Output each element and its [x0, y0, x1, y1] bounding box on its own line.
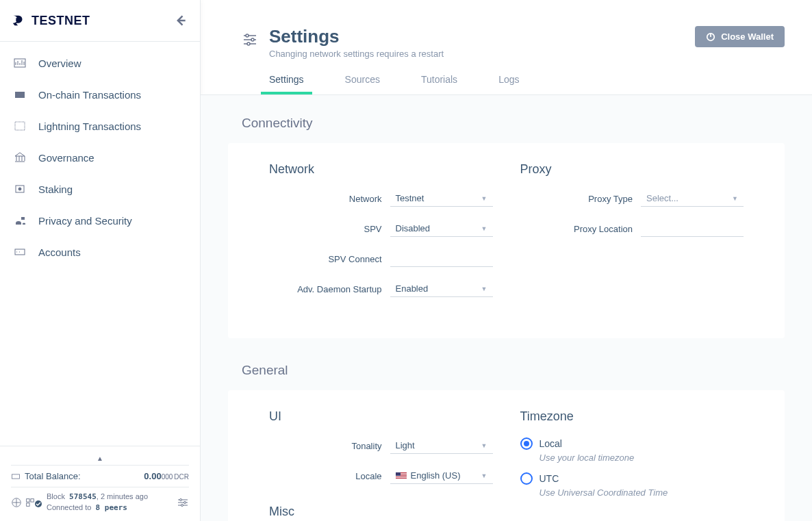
content: Connectivity Network Network Testnet▼ SP…: [201, 95, 812, 521]
tab-sources[interactable]: Sources: [345, 74, 380, 94]
power-icon: [706, 32, 715, 42]
svg-rect-11: [27, 503, 29, 505]
sidebar-item-lightning[interactable]: Lightning Transactions: [0, 110, 200, 142]
chevron-down-icon: ▼: [732, 195, 738, 202]
misc-title: Misc: [269, 505, 493, 519]
accounts-icon: [14, 246, 26, 258]
svg-point-15: [181, 504, 183, 506]
network-icon: [11, 497, 22, 508]
sidebar-item-staking[interactable]: Staking: [0, 173, 200, 205]
radio-local[interactable]: [520, 437, 533, 450]
close-wallet-button[interactable]: Close Wallet: [695, 26, 785, 47]
proxy-type-label: Proxy Type: [588, 194, 633, 204]
block-label: Block: [47, 492, 65, 500]
adv-daemon-label: Adv. Daemon Startup: [297, 284, 381, 294]
proxy-location-input[interactable]: [641, 220, 744, 237]
sidebar-item-accounts[interactable]: Accounts: [0, 236, 200, 268]
peers-count: 8 peers: [96, 503, 127, 512]
locale-select[interactable]: English (US)▼: [390, 468, 493, 484]
locale-label: Locale: [355, 471, 381, 481]
staking-icon: [14, 183, 26, 195]
proxy-title: Proxy: [520, 162, 744, 177]
section-general-title: General: [228, 363, 785, 378]
radio-utc-label: UTC: [540, 473, 559, 484]
lightning-icon: [14, 120, 26, 132]
expand-icon[interactable]: ▲: [11, 455, 189, 462]
tonality-select[interactable]: Light▼: [390, 437, 493, 454]
tab-tutorials[interactable]: Tutorials: [421, 74, 457, 94]
tab-settings[interactable]: Settings: [269, 74, 304, 94]
svg-rect-2: [15, 122, 25, 130]
chevron-down-icon: ▼: [481, 225, 487, 232]
block-time: , 2 minutes ago: [97, 492, 148, 500]
general-card: UI Tonality Light▼ Locale English (US)▼ …: [228, 390, 785, 521]
settings-shortcut-icon[interactable]: [177, 496, 189, 509]
connectivity-card: Network Network Testnet▼ SPV Disabled▼ S…: [228, 143, 785, 338]
block-height: 578545: [69, 492, 97, 501]
svg-point-18: [247, 42, 250, 45]
svg-point-4: [18, 188, 21, 190]
svg-rect-26: [396, 472, 401, 476]
balance-value: 0.00000DCR: [144, 471, 189, 481]
svg-rect-9: [27, 498, 29, 501]
main: Settings Changing network settings requi…: [201, 0, 812, 521]
radio-utc-desc: Use Universal Coordinated Time: [540, 487, 744, 498]
proxy-type-select[interactable]: Select...▼: [641, 190, 744, 207]
svg-rect-5: [21, 217, 25, 220]
nav-label: Accounts: [38, 246, 81, 258]
connected-label: Connected to: [47, 503, 91, 511]
sidebar-item-privacy[interactable]: Privacy and Security: [0, 205, 200, 236]
back-button[interactable]: [173, 12, 189, 29]
logo-icon: [11, 13, 26, 28]
spv-select[interactable]: Disabled▼: [390, 220, 493, 237]
sidebar: TESTNET Overview On-chain Transactions L…: [0, 0, 201, 521]
nav-label: Staking: [38, 183, 73, 195]
network-label: Network: [349, 194, 382, 204]
balance-icon: [11, 472, 21, 481]
balance-label: Total Balance:: [25, 471, 81, 481]
adv-daemon-select[interactable]: Enabled▼: [390, 281, 493, 297]
spv-connect-input[interactable]: [390, 251, 493, 267]
spv-label: SPV: [364, 224, 381, 234]
nav-label: On-chain Transactions: [38, 89, 141, 101]
section-connectivity-title: Connectivity: [228, 116, 785, 131]
nav-label: Lightning Transactions: [38, 120, 141, 132]
close-label: Close Wallet: [721, 31, 774, 42]
radio-utc[interactable]: [520, 472, 533, 485]
svg-point-17: [251, 38, 254, 41]
onchain-icon: [14, 88, 26, 101]
timezone-title: Timezone: [520, 409, 744, 424]
network-select[interactable]: Testnet▼: [390, 190, 493, 207]
svg-rect-1: [15, 92, 25, 98]
svg-rect-10: [31, 498, 34, 501]
balance-row: Total Balance: 0.00000DCR: [11, 465, 189, 487]
status-row: Block 578545, 2 minutes ago Connected to…: [11, 487, 189, 513]
sidebar-item-onchain[interactable]: On-chain Transactions: [0, 79, 200, 110]
svg-rect-23: [396, 476, 407, 476]
radio-local-desc: Use your local timezone: [540, 453, 744, 463]
tonality-label: Tonality: [351, 441, 381, 451]
chevron-down-icon: ▼: [481, 442, 487, 449]
sidebar-footer: ▲ Total Balance: 0.00000DCR Block 578545…: [0, 446, 200, 521]
flag-us-icon: [396, 472, 407, 479]
svg-point-16: [246, 34, 249, 37]
timezone-option-local[interactable]: Local Use your local timezone: [520, 437, 744, 463]
governance-icon: [14, 151, 26, 164]
spv-connect-label: SPV Connect: [328, 254, 381, 264]
ui-title: UI: [269, 409, 493, 424]
page-subtitle: Changing network settings requires a res…: [269, 49, 444, 59]
overview-icon: [14, 57, 26, 69]
tab-logs[interactable]: Logs: [498, 74, 519, 94]
sidebar-item-overview[interactable]: Overview: [0, 47, 200, 79]
svg-rect-7: [12, 474, 20, 479]
network-title: Network: [269, 162, 493, 177]
sidebar-header: TESTNET: [0, 0, 200, 42]
chevron-down-icon: ▼: [481, 285, 487, 292]
nav-label: Governance: [38, 152, 94, 164]
chevron-down-icon: ▼: [481, 472, 487, 479]
logo: TESTNET: [11, 13, 90, 28]
timezone-option-utc[interactable]: UTC Use Universal Coordinated Time: [520, 472, 744, 498]
sidebar-item-governance[interactable]: Governance: [0, 142, 200, 173]
page-title: Settings: [269, 26, 444, 47]
logo-text: TESTNET: [31, 14, 90, 28]
